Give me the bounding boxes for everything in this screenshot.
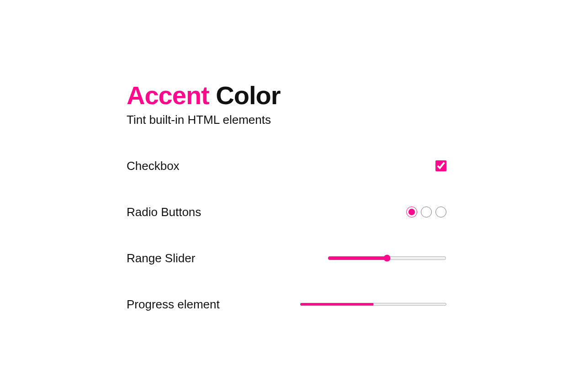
checkbox-row: Checkbox <box>127 159 446 173</box>
radio-option-1[interactable] <box>406 207 417 217</box>
radio-controls <box>406 207 446 217</box>
range-slider[interactable] <box>328 254 446 262</box>
checkbox-input[interactable] <box>435 160 446 171</box>
title-rest-word: Color <box>209 81 281 110</box>
progress-row: Progress element <box>127 297 446 312</box>
title-accent-word: Accent <box>127 81 209 110</box>
content-container: Accent Color Tint built-in HTML elements… <box>127 82 446 312</box>
radio-label: Radio Buttons <box>127 205 201 219</box>
range-row: Range Slider <box>127 251 446 265</box>
progress-controls <box>300 302 446 307</box>
range-label: Range Slider <box>127 251 195 265</box>
page-title: Accent Color <box>127 82 446 109</box>
progress-label: Progress element <box>127 297 220 312</box>
range-controls <box>328 254 446 262</box>
radio-option-2[interactable] <box>421 207 432 217</box>
checkbox-label: Checkbox <box>127 159 180 173</box>
page-subtitle: Tint built-in HTML elements <box>127 113 446 127</box>
radio-row: Radio Buttons <box>127 205 446 219</box>
radio-option-3[interactable] <box>435 207 446 217</box>
checkbox-controls <box>435 160 446 171</box>
progress-element <box>300 302 446 307</box>
